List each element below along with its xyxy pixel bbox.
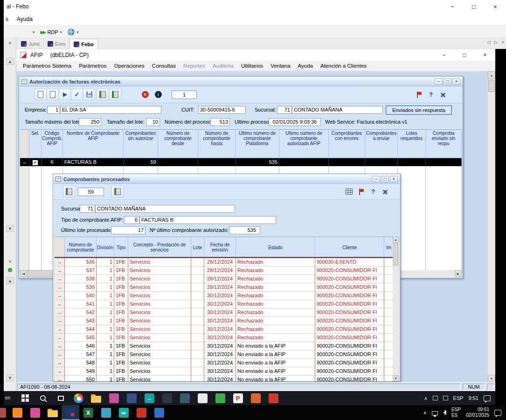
column-header[interactable]: Ultimo número de comprobante Plataforma: [236, 129, 279, 158]
grid-view-button[interactable]: [343, 186, 355, 197]
language-indicator[interactable]: ESP: [453, 395, 464, 401]
taskbar-app-notebook-app[interactable]: [158, 391, 176, 405]
taskbar-app-cut[interactable]: [0, 405, 8, 420]
scroll-up-icon[interactable]: ▲: [488, 71, 495, 79]
network-icon[interactable]: [432, 411, 438, 415]
taskbar-app-loop-app[interactable]: ∞: [115, 405, 132, 420]
tab-close-button[interactable]: ×: [501, 40, 504, 45]
auth-maximize-button[interactable]: □: [444, 78, 451, 85]
proc-row-548[interactable]: →54811FBServicios30/12/2024No enviado a …: [55, 359, 394, 367]
tab-febo[interactable]: Febo: [69, 39, 97, 49]
scroll-left-icon[interactable]: ◀: [20, 270, 27, 277]
record-counter-field[interactable]: 59: [78, 188, 104, 196]
run-button[interactable]: [59, 89, 71, 100]
empresa-code-field[interactable]: 1: [47, 106, 60, 114]
column-header[interactable]: Tipo: [114, 237, 128, 257]
ledger-button[interactable]: [63, 186, 75, 197]
tray-expand-icon[interactable]: ∧: [424, 396, 427, 401]
taskbar-app-media-app[interactable]: [132, 405, 150, 420]
chevron-down-icon[interactable]: ▾: [33, 30, 35, 35]
exit-button[interactable]: [355, 186, 367, 197]
afip-restore-button[interactable]: □: [454, 49, 475, 61]
tray-expand-icon[interactable]: ∧: [423, 410, 427, 415]
proc-row-547[interactable]: →54711FBServicios30/12/2024No enviado a …: [55, 350, 394, 359]
proc-row-540[interactable]: →54011FBServicios30/12/2024Rechazado9000…: [55, 292, 394, 300]
proc-row-550[interactable]: →55011FBServicios30/12/2024No enviado a …: [55, 376, 394, 382]
afip-menu-par-metros[interactable]: Parámetros: [75, 61, 110, 71]
proc-row-544[interactable]: →54411FBServicios30/12/2024Rechazado9000…: [55, 325, 394, 334]
scroll-up-icon[interactable]: ▲: [393, 237, 399, 243]
auth-close-button[interactable]: ×: [452, 78, 460, 85]
ultimo-proceso-field[interactable]: 02/01/2025 9:03:36: [269, 118, 321, 126]
taskbar-app-chrome[interactable]: [69, 391, 87, 405]
speaker-icon[interactable]: [443, 410, 446, 415]
tab-prev-button[interactable]: ◁: [487, 40, 491, 45]
column-header[interactable]: Comprobantes con errores: [329, 129, 365, 158]
outer-minimize-button[interactable]: −: [442, 0, 463, 13]
proc-autorizado-field[interactable]: 535: [229, 226, 260, 234]
tools-button[interactable]: [379, 186, 391, 197]
tab-juno[interactable]: Juno: [17, 39, 44, 49]
proc-row-537[interactable]: →53711FBServicios28/12/2024Rechazado9000…: [55, 266, 394, 275]
auth-titlebar[interactable]: Autorización de facturas electrónicas − …: [20, 77, 462, 86]
start-button[interactable]: [16, 391, 34, 405]
proc-row-539[interactable]: →53911FBServicios28/12/2024Rechazado9000…: [55, 283, 394, 292]
taskbar-app-sync-app[interactable]: ↔: [140, 391, 158, 405]
afip-menu-ayuda[interactable]: Ayuda: [294, 61, 317, 71]
globe-icon[interactable]: [68, 28, 75, 35]
proc-row-542[interactable]: →54211FBServicios30/12/2024Rechazado9000…: [55, 308, 394, 317]
taskbar-app-pen-app[interactable]: [123, 391, 140, 405]
proc-sucursal-code-field[interactable]: 71: [80, 205, 95, 213]
exit-button[interactable]: [413, 89, 425, 100]
proc-sucursal-name-field[interactable]: CONTADO MAÑANA: [95, 205, 235, 213]
panel-close-icon[interactable]: ×: [6, 39, 14, 46]
proc-row-538[interactable]: →53811FBServicios28/12/2024Rechazado9000…: [55, 275, 394, 283]
rdp-toolbar-label[interactable]: RDP: [47, 29, 58, 35]
help-button[interactable]: ?: [367, 186, 379, 197]
taskbar-app-design-tool[interactable]: [26, 405, 44, 420]
search-button[interactable]: [34, 391, 52, 405]
new-button[interactable]: [35, 89, 47, 100]
tab-next-button[interactable]: ▷: [494, 40, 498, 45]
clock[interactable]: 9:51: [469, 395, 478, 401]
taskbar-app-notes-app[interactable]: [211, 391, 229, 405]
clock[interactable]: 09:51 02/01/2025: [466, 407, 489, 418]
empresa-name-field[interactable]: EL DIA SA: [60, 106, 161, 114]
notification-icon[interactable]: [494, 410, 501, 416]
proc-row-541[interactable]: →54111FBServicios30/12/2024Rechazado9000…: [55, 300, 394, 308]
taskbar-app-browser-app[interactable]: [247, 391, 264, 405]
outer-close-button[interactable]: ×: [485, 0, 506, 13]
scroll-thumb[interactable]: [393, 243, 398, 266]
column-header[interactable]: Comprobantes a enviar: [365, 129, 398, 158]
mdi-vertical-scrollbar[interactable]: ▲ ▼: [488, 71, 495, 382]
afip-menu-consultas[interactable]: Consultas: [148, 61, 180, 71]
taskbar-app-pen-app[interactable]: [150, 405, 168, 420]
menu-ayuda[interactable]: Ayuda: [14, 13, 35, 26]
afip-menu-utilitarios[interactable]: Utilitarios: [237, 61, 267, 71]
afip-minimize-button[interactable]: −: [434, 49, 454, 61]
auth-minimize-button[interactable]: −: [435, 78, 443, 85]
column-header[interactable]: Fecha de emisión: [204, 237, 236, 257]
resize-grip[interactable]: [487, 384, 494, 391]
afip-titlebar[interactable]: AFIP (dbELDIA - CP) − □ ×: [16, 49, 495, 61]
taskbar-app-excel[interactable]: X: [79, 405, 97, 420]
column-header[interactable]: División: [97, 237, 114, 257]
info-button[interactable]: i: [152, 89, 164, 100]
taskbar-app-sphere-app[interactable]: [97, 405, 115, 420]
rdp-connect-icon[interactable]: ▶▶: [41, 30, 45, 35]
tamano-max-field[interactable]: 250: [79, 118, 101, 126]
proc-lote-field[interactable]: 17: [111, 226, 146, 234]
panel-close-icon[interactable]: ×: [6, 258, 14, 265]
language-indicator[interactable]: ESP ES: [451, 407, 461, 418]
scroll-up-icon[interactable]: ▲: [6, 58, 14, 65]
taskbar-app-royal-ts[interactable]: [62, 405, 79, 420]
tray-icon[interactable]: [443, 396, 448, 400]
proc-row-546[interactable]: →54611FBServicios30/12/2024No enviado a …: [55, 342, 394, 350]
scroll-down-icon[interactable]: ▼: [6, 225, 14, 232]
sucursal-name-field[interactable]: CONTADO MAÑANA: [292, 106, 383, 114]
column-header[interactable]: Concepto - Prestación de servicios: [128, 237, 191, 257]
proc-minimize-button[interactable]: −: [372, 176, 380, 182]
column-header[interactable]: Ultimo número de comprobante autorizado …: [279, 129, 329, 158]
chevron-down-icon[interactable]: ▾: [60, 30, 62, 35]
chevron-down-icon[interactable]: ▾: [76, 30, 79, 35]
